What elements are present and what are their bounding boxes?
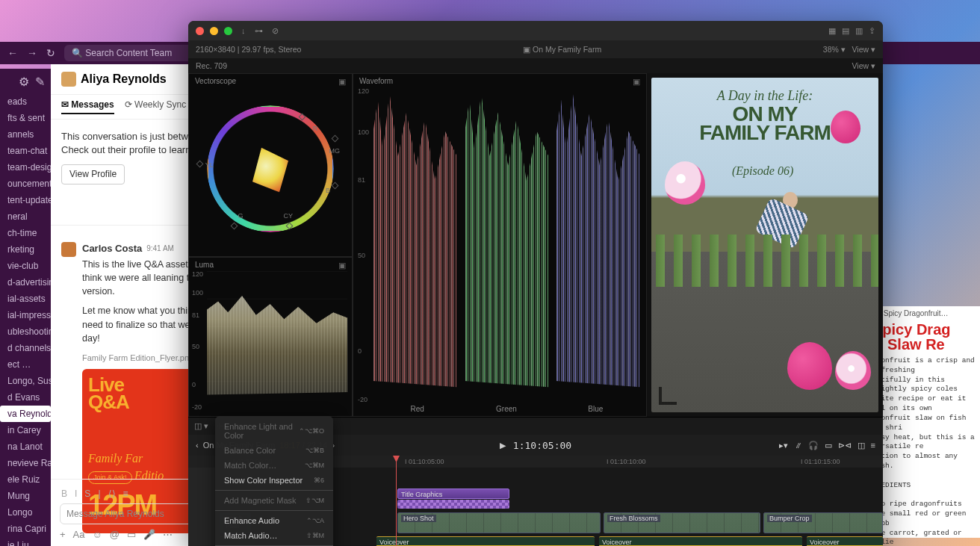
sidebar-item[interactable]: ie Liu [0, 537, 51, 546]
tool-icon[interactable]: ◫ ▾ [194, 421, 208, 431]
sidebar-item[interactable]: ouncements [0, 176, 51, 192]
sidebar-item[interactable]: tent-updates [0, 192, 51, 208]
share-icon[interactable]: ⇪ [869, 26, 875, 36]
compose-icon[interactable]: ▭ [127, 529, 136, 540]
sidebar-item[interactable]: Mung [0, 488, 51, 504]
back-icon[interactable]: ← [7, 47, 18, 59]
sidebar-item[interactable]: ect … [0, 356, 51, 373]
viewer: A Day in the Life: ON MYFAMILY FARM (Epi… [647, 73, 883, 417]
clip-title-fx[interactable] [397, 500, 509, 509]
sidebar-item[interactable]: ele Ruiz [0, 471, 51, 488]
sidebar-item[interactable]: nevieve Rac… [0, 455, 51, 471]
close-icon[interactable] [196, 27, 204, 35]
compose-icon[interactable]: ☺ [93, 529, 102, 540]
menu-item[interactable]: Show Color Inspector⌘6 [215, 473, 333, 488]
tool-icon[interactable]: ▸▾ [779, 441, 788, 450]
view-dropdown[interactable]: View ▾ [852, 61, 876, 70]
infobar: 2160×3840 | 29.97 fps, Stereo ▣ On My Fa… [188, 40, 883, 58]
bg-icon[interactable]: ⊘ [272, 26, 279, 36]
compose-icon[interactable]: Aa [73, 529, 85, 540]
history-icon[interactable]: ↻ [46, 47, 55, 59]
slack-sidebar: ⚙ ✎ eadsfts & sentannelsteam-chatteam-de… [0, 69, 51, 546]
sidebar-item[interactable]: annels [0, 126, 51, 143]
sidebar-item[interactable]: Longo, Susi… [0, 373, 51, 389]
menu-item[interactable]: Match Audio…⇧⌘M [215, 528, 333, 543]
sidebar-item[interactable]: rina Capri [0, 521, 51, 537]
menu-item: Enhance Light and Color⌃⌥⌘O [215, 419, 333, 443]
sidebar-item[interactable]: in Carey [0, 422, 51, 438]
sidebar-item[interactable]: fts & sent [0, 110, 51, 126]
layout-icon[interactable]: ▦ [828, 26, 836, 36]
clip-title[interactable]: Title Graphics [397, 488, 509, 499]
sidebar-item[interactable]: team-design [0, 159, 51, 176]
keyword-icon[interactable]: ⊶ [255, 26, 263, 36]
clip-video[interactable]: Bumper Crop [763, 512, 883, 533]
dragonfruit-icon [787, 342, 832, 390]
prev-icon[interactable]: ‹ [196, 441, 199, 450]
compose-icon[interactable]: + [60, 529, 66, 540]
rgb-parade: Waveform ▣ 120 100 81 50 0 -20 Red Green… [353, 73, 647, 417]
play-icon[interactable]: ▶ [500, 441, 506, 450]
sidebar-item[interactable]: eads [0, 93, 51, 110]
playhead[interactable] [396, 456, 397, 546]
clip-voiceover[interactable]: Voiceover [376, 536, 595, 546]
compose-icon[interactable]: ✎ [35, 75, 45, 89]
context-menu: Enhance Light and Color⌃⌥⌘OBalance Color… [215, 416, 333, 546]
vectorscope: Vectorscope ▣ R MG B CY G YL [188, 73, 353, 257]
search-input[interactable]: 🔍 Search Content Team [64, 45, 199, 61]
minimize-icon[interactable] [210, 27, 218, 35]
clip-video[interactable]: Hero Shot [397, 512, 601, 533]
compose-icon[interactable]: ⋯ [163, 529, 173, 540]
menu-item: Match Color…⌥⌘M [215, 458, 333, 473]
tool-icon[interactable]: ≡ [871, 441, 875, 450]
sidebar-item[interactable]: ial-assets [0, 291, 51, 307]
clip-video[interactable]: Fresh Blossoms [604, 512, 760, 533]
compose-icon[interactable]: 🎤 [143, 529, 155, 540]
sidebar-item[interactable]: d Evans [0, 389, 51, 406]
sidebar-item[interactable]: team-chat [0, 143, 51, 159]
recipe-body: agonfruit is a crisp and refreshing outi… [872, 356, 976, 546]
dm-name: Aliya Reynolds [81, 72, 167, 86]
sidebar-item[interactable]: va Reynolds [0, 406, 51, 422]
menu-item[interactable]: Enhance Audio⌃⌥A [215, 513, 333, 528]
tool-icon[interactable]: ◫ [858, 441, 865, 450]
menu-item: Add Magnetic Mask⇧⌥M [215, 493, 333, 508]
import-icon[interactable]: ↓ [241, 26, 246, 35]
sidebar-item[interactable]: ch-time [0, 225, 51, 241]
dragonfruit-icon [835, 351, 871, 390]
avatar [61, 72, 76, 87]
avatar [61, 242, 76, 257]
sidebar-item[interactable]: d-advertising [0, 274, 51, 291]
recipe-tab[interactable]: 📄 Spicy Dragonfruit… [872, 309, 976, 317]
view-profile-button[interactable]: View Profile [61, 164, 125, 184]
clip-voiceover[interactable]: Voiceover [599, 536, 802, 546]
tab-weekly[interactable]: ⟳ Weekly Sync [125, 99, 186, 114]
zoom-icon[interactable] [224, 27, 232, 35]
compose-icon[interactable]: @ [110, 529, 120, 540]
sidebar-item[interactable]: na Lanot [0, 438, 51, 455]
clip-voiceover[interactable]: Voiceover [807, 536, 883, 546]
luma-scope: Luma ▣ 120 100 81 50 0 -20 [188, 257, 353, 417]
sidebar-item[interactable]: neral [0, 208, 51, 225]
layout-icon[interactable]: ▥ [855, 26, 863, 36]
layout-icon[interactable]: ▤ [842, 26, 849, 36]
menu-item: Balance Color⌥⌘B [215, 443, 333, 458]
sidebar-item[interactable]: rketing [0, 241, 51, 258]
settings-icon[interactable]: ▣ [633, 77, 640, 87]
timecode: 1:10:05:00 [513, 440, 571, 451]
tool-icon[interactable]: ▭ [825, 441, 832, 450]
headphones-icon[interactable]: 🎧 [808, 441, 819, 450]
sidebar-item[interactable]: ubleshooting [0, 323, 51, 340]
forward-icon[interactable]: → [27, 47, 37, 59]
settings-icon[interactable]: ▣ [338, 77, 346, 87]
sidebar-item[interactable]: vie-club [0, 258, 51, 274]
sidebar-item[interactable]: Longo [0, 504, 51, 521]
dragonfruit-icon [831, 111, 860, 143]
sidebar-item[interactable]: ial-impressi… [0, 307, 51, 323]
snap-icon[interactable]: ⊳⊲ [838, 441, 852, 450]
filter-icon[interactable]: ⚙ [19, 75, 29, 89]
sidebar-item[interactable]: d channels [0, 340, 51, 356]
tool-icon[interactable]: ⫽ [794, 441, 802, 450]
titlebar: ↓ ⊶ ⊘ ▦ ▤ ▥ ⇪ [188, 21, 883, 40]
tab-messages[interactable]: ✉ Messages [61, 99, 114, 114]
